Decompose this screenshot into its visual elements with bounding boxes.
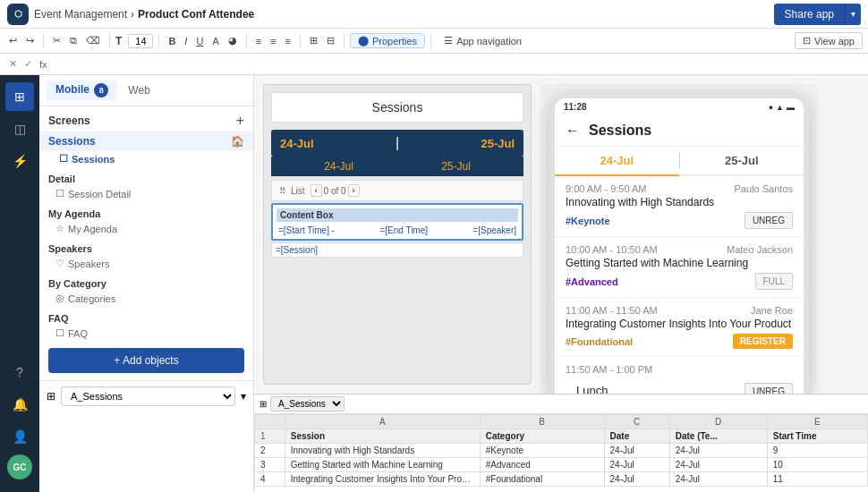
undo-button[interactable]: ↩	[5, 33, 21, 48]
screen-detail-label[interactable]: Detail	[39, 166, 253, 186]
session-time-3: 11:00 AM - 11:50 AM Jane Roe	[566, 305, 793, 316]
sub-my-agenda[interactable]: ☆ My Agenda	[39, 221, 253, 236]
ss-header-start-time[interactable]: Start Time	[767, 429, 867, 444]
phone-header: ← Sessions	[555, 115, 804, 147]
clear-button[interactable]: ⌫	[82, 33, 104, 48]
users-icon-button[interactable]: 👤	[5, 422, 34, 451]
breadcrumb-root[interactable]: Event Management	[34, 8, 127, 21]
ss-header-category[interactable]: Category	[480, 429, 604, 444]
question-icon-button[interactable]: ?	[5, 358, 34, 386]
ss-row-4-start[interactable]: 11	[767, 472, 867, 487]
list-next-button[interactable]: ›	[348, 184, 360, 197]
table1-button[interactable]: ⊞	[306, 33, 321, 48]
ss-row-3-date-te[interactable]: 24-Jul	[669, 458, 767, 472]
ss-row-4-date[interactable]: 24-Jul	[604, 472, 669, 487]
cut-button[interactable]: ✂	[49, 33, 64, 48]
underline-button[interactable]: U	[192, 34, 207, 48]
align-center-button[interactable]: ≡	[267, 34, 279, 48]
ss-row-4-session[interactable]: Integrating Customer Insights Into Your …	[285, 472, 480, 487]
avatar-button[interactable]: GC	[7, 454, 32, 479]
session-speaker-2: Mateo Jackson	[727, 244, 793, 255]
align-left-button[interactable]: ≡	[252, 34, 265, 48]
canvas-date-right[interactable]: 25-Jul	[481, 137, 515, 150]
font-color-button[interactable]: A	[208, 34, 222, 48]
zap-icon-button[interactable]: ⚡	[5, 147, 34, 175]
agenda-label: My Agenda	[68, 224, 117, 234]
sub-speakers[interactable]: ♡ Speakers	[39, 256, 253, 271]
sub-item-sessions[interactable]: ☐ Sessions	[39, 151, 253, 166]
layers-icon-button[interactable]: ◫	[5, 115, 34, 143]
screen-speakers-label[interactable]: Speakers	[39, 236, 253, 256]
ss-col-d[interactable]: D	[669, 415, 767, 429]
lunch-reg-button[interactable]: UNREG	[745, 383, 793, 394]
bold-button[interactable]: B	[165, 34, 179, 48]
ss-col-c[interactable]: C	[604, 415, 669, 429]
add-screen-button[interactable]: +	[236, 114, 244, 128]
ss-row-3-category[interactable]: #Advanced	[480, 458, 604, 472]
data-source-select[interactable]: A_Sessions	[61, 386, 235, 406]
properties-dot: ⬤	[358, 35, 369, 47]
ss-col-b[interactable]: B	[480, 415, 604, 429]
back-button[interactable]: ←	[566, 123, 580, 139]
ss-col-a[interactable]: A	[285, 415, 480, 429]
formula-check-button[interactable]: ✓	[22, 58, 34, 70]
view-app-button[interactable]: ⊡ View app	[795, 32, 863, 49]
ss-row-4-category[interactable]: #Foundational	[480, 472, 604, 487]
session-tag-1[interactable]: #Keynote	[566, 216, 610, 226]
ss-header-date[interactable]: Date	[604, 429, 669, 444]
ss-row-2-start[interactable]: 9	[767, 444, 867, 458]
canvas-date-left[interactable]: 24-Jul	[280, 137, 314, 150]
ss-row-2-date[interactable]: 24-Jul	[604, 444, 669, 458]
phone-tab-25jul[interactable]: 25-Jul	[680, 147, 804, 174]
category-icon: ◎	[55, 293, 64, 304]
home-icon: 🏠	[231, 135, 244, 148]
session-entry-lunch: 11:50 AM - 1:00 PM Lunch UNREG	[555, 357, 804, 394]
redo-button[interactable]: ↪	[22, 33, 38, 48]
grid-icon-button[interactable]: ⊞	[5, 82, 34, 111]
properties-panel[interactable]: ⬤ Properties	[350, 33, 425, 48]
ss-row-3-start[interactable]: 10	[767, 458, 867, 472]
list-prev-button[interactable]: ‹	[311, 184, 322, 197]
canvas-date-row: 24-Jul 25-Jul	[271, 157, 523, 176]
screen-category-label[interactable]: By Category	[39, 271, 253, 291]
ss-row-4-date-te[interactable]: 24-Jul	[669, 472, 767, 487]
table-icon: ⊞	[47, 390, 55, 403]
sub-session-detail[interactable]: ☐ Session Detail	[39, 186, 253, 201]
tab-web[interactable]: Web	[119, 81, 158, 99]
screen-faq-label[interactable]: FAQ	[39, 306, 253, 326]
ss-row-3-session[interactable]: Getting Started with Machine Learning	[285, 458, 480, 472]
ss-row-2-category[interactable]: #Keynote	[480, 444, 604, 458]
table2-button[interactable]: ⊟	[323, 33, 338, 48]
bell-icon-button[interactable]: 🔔	[5, 390, 34, 419]
formula-close-button[interactable]: ✕	[7, 58, 19, 70]
phone-screen-title: Sessions	[589, 123, 651, 139]
copy-button[interactable]: ⧉	[66, 33, 81, 48]
ss-col-e[interactable]: E	[767, 415, 867, 429]
add-objects-button[interactable]: + Add objects	[48, 348, 244, 373]
sub-categories[interactable]: ◎ Categories	[39, 291, 253, 306]
ss-row-2-session[interactable]: Innovating with High Standards	[285, 444, 480, 458]
ss-source-select[interactable]: A_Sessions	[270, 396, 345, 411]
phone-tab-24jul[interactable]: 24-Jul	[555, 147, 679, 176]
italic-button[interactable]: I	[181, 34, 191, 48]
share-button[interactable]: Share app	[774, 4, 845, 25]
ss-header-session[interactable]: Session	[285, 429, 480, 444]
align-right-button[interactable]: ≡	[282, 34, 294, 48]
screen-item-sessions[interactable]: Sessions 🏠	[39, 131, 253, 151]
font-size-input[interactable]	[128, 34, 153, 48]
zap-icon: ⚡	[13, 154, 28, 168]
app-navigation[interactable]: ☰ App navigation	[437, 33, 529, 48]
screen-agenda-label[interactable]: My Agenda	[39, 201, 253, 221]
ss-header-date-te[interactable]: Date (Te...	[669, 429, 767, 444]
session-tag-3[interactable]: #Foundational	[566, 336, 633, 347]
session-reg-button-2[interactable]: FULL	[755, 273, 793, 290]
share-dropdown-button[interactable]: ▾	[845, 4, 861, 25]
tab-mobile[interactable]: Mobile 8	[47, 81, 117, 100]
session-reg-button-3[interactable]: REGISTER	[733, 334, 793, 349]
ss-row-3-date[interactable]: 24-Jul	[604, 458, 669, 472]
ss-row-2-date-te[interactable]: 24-Jul	[669, 444, 767, 458]
session-reg-button-1[interactable]: UNREG	[745, 212, 793, 229]
sub-faq[interactable]: ☐ FAQ	[39, 326, 253, 341]
highlight-button[interactable]: ◕	[225, 33, 241, 48]
session-tag-2[interactable]: #Advanced	[566, 276, 618, 287]
